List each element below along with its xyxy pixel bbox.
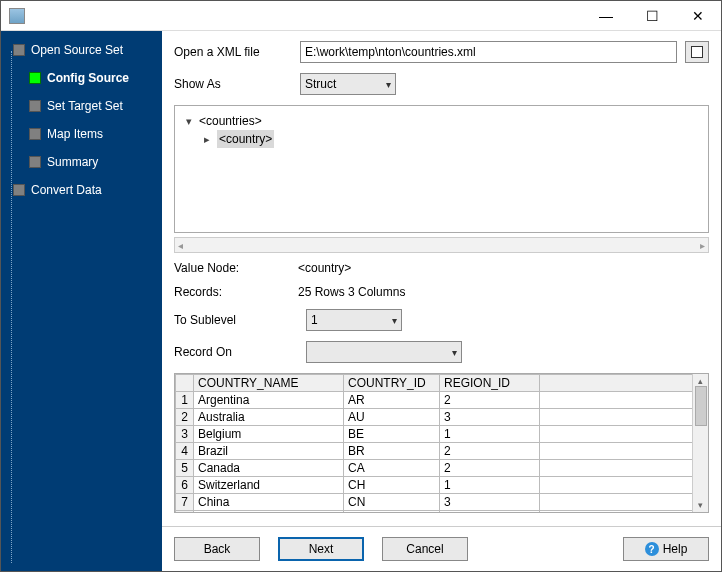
table-row[interactable]: 6SwitzerlandCH1 — [176, 477, 693, 494]
titlebar: — ☐ ✕ — [1, 1, 721, 31]
show-as-combo[interactable]: Struct ▾ — [300, 73, 396, 95]
grid-header-filler — [540, 375, 693, 392]
cancel-button[interactable]: Cancel — [382, 537, 468, 561]
help-button[interactable]: ? Help — [623, 537, 709, 561]
browse-icon — [691, 46, 703, 58]
nav-convert-data[interactable]: Convert Data — [5, 179, 158, 201]
grid-header[interactable]: COUNTRY_ID — [344, 375, 440, 392]
grid-header[interactable]: REGION_ID — [440, 375, 540, 392]
step-icon — [29, 128, 41, 140]
xml-path-input[interactable] — [300, 41, 677, 63]
nav-set-target-set[interactable]: Set Target Set — [5, 95, 158, 117]
nav-open-source-set[interactable]: Open Source Set — [5, 39, 158, 61]
chevron-down-icon: ▾ — [452, 347, 457, 358]
browse-button[interactable] — [685, 41, 709, 63]
records-value: 25 Rows 3 Columns — [298, 285, 405, 299]
grid-header[interactable]: COUNTRY_NAME — [194, 375, 344, 392]
nav-label: Open Source Set — [31, 43, 123, 57]
close-button[interactable]: ✕ — [675, 1, 721, 31]
maximize-button[interactable]: ☐ — [629, 1, 675, 31]
to-sublevel-combo[interactable]: 1 ▾ — [306, 309, 402, 331]
chevron-down-icon: ▾ — [392, 315, 397, 326]
nav-config-source[interactable]: Config Source — [5, 67, 158, 89]
value-node-value: <country> — [298, 261, 351, 275]
scroll-up-icon[interactable]: ▴ — [698, 376, 703, 386]
step-icon — [13, 44, 25, 56]
scroll-right-icon[interactable]: ▸ — [700, 240, 705, 251]
tree-hscroll[interactable]: ◂ ▸ — [174, 237, 709, 253]
table-row[interactable]: 1ArgentinaAR2 — [176, 392, 693, 409]
back-button[interactable]: Back — [174, 537, 260, 561]
app-icon — [9, 8, 25, 24]
open-xml-label: Open a XML file — [174, 45, 292, 59]
table-row[interactable]: 4BrazilBR2 — [176, 443, 693, 460]
record-on-label: Record On — [174, 345, 298, 359]
nav-label: Summary — [47, 155, 98, 169]
record-on-combo[interactable]: ▾ — [306, 341, 462, 363]
collapse-icon[interactable]: ▾ — [183, 112, 195, 130]
step-icon — [29, 100, 41, 112]
show-as-label: Show As — [174, 77, 292, 91]
table-row[interactable]: 7ChinaCN3 — [176, 494, 693, 511]
tree-node-root[interactable]: ▾ <countries> — [183, 112, 700, 130]
expand-icon[interactable]: ▸ — [201, 130, 213, 148]
step-icon — [13, 184, 25, 196]
nav-label: Config Source — [47, 71, 129, 85]
tree-node-label: <country> — [217, 130, 274, 148]
nav-map-items[interactable]: Map Items — [5, 123, 158, 145]
grid-table: COUNTRY_NAME COUNTRY_ID REGION_ID 1Argen… — [175, 374, 692, 513]
value-node-label: Value Node: — [174, 261, 298, 275]
minimize-button[interactable]: — — [583, 1, 629, 31]
to-sublevel-label: To Sublevel — [174, 313, 298, 327]
scroll-down-icon[interactable]: ▾ — [698, 500, 703, 510]
combo-value: 1 — [311, 313, 318, 327]
next-button[interactable]: Next — [278, 537, 364, 561]
xml-tree[interactable]: ▾ <countries> ▸ <country> — [174, 105, 709, 233]
main-panel: Open a XML file Show As Struct ▾ ▾ <coun… — [162, 31, 721, 571]
nav-label: Map Items — [47, 127, 103, 141]
nav-label: Set Target Set — [47, 99, 123, 113]
grid-corner — [176, 375, 194, 392]
table-row[interactable]: 5CanadaCA2 — [176, 460, 693, 477]
nav-label: Convert Data — [31, 183, 102, 197]
tree-node-child[interactable]: ▸ <country> — [183, 130, 700, 148]
records-label: Records: — [174, 285, 298, 299]
table-row[interactable]: 3BelgiumBE1 — [176, 426, 693, 443]
wizard-sidebar: Open Source Set Config Source Set Target… — [1, 31, 162, 571]
combo-value: Struct — [305, 77, 336, 91]
help-icon: ? — [645, 542, 659, 556]
preview-grid[interactable]: COUNTRY_NAME COUNTRY_ID REGION_ID 1Argen… — [174, 373, 709, 513]
table-row[interactable]: 8GermanyDE1 — [176, 511, 693, 514]
chevron-down-icon: ▾ — [386, 79, 391, 90]
tree-node-label: <countries> — [199, 112, 262, 130]
scroll-thumb[interactable] — [695, 386, 707, 426]
step-icon — [29, 72, 41, 84]
button-bar: Back Next Cancel ? Help — [162, 526, 721, 571]
grid-vscroll[interactable]: ▴ ▾ — [692, 374, 708, 512]
scroll-left-icon[interactable]: ◂ — [178, 240, 183, 251]
nav-summary[interactable]: Summary — [5, 151, 158, 173]
step-icon — [29, 156, 41, 168]
table-row[interactable]: 2AustraliaAU3 — [176, 409, 693, 426]
